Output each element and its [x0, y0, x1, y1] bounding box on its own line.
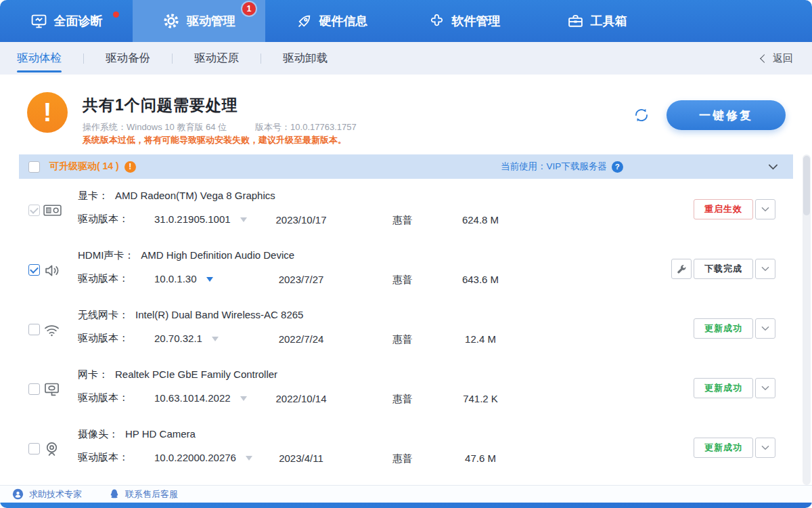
back-chevron-icon — [760, 54, 769, 63]
bottom-accent-strip — [0, 503, 812, 508]
driver-checkbox[interactable] — [28, 264, 40, 276]
alert-icon — [125, 161, 136, 173]
device-name: AMD High Definition Audio Device — [141, 249, 294, 262]
software-icon — [428, 13, 445, 30]
gear-icon — [162, 12, 180, 30]
action-dropdown-button[interactable] — [755, 438, 775, 458]
camera-icon — [43, 440, 61, 459]
version-dropdown-icon[interactable] — [212, 337, 219, 345]
version-dropdown-icon[interactable] — [246, 456, 252, 464]
driver-date: 2023/7/27 — [271, 274, 332, 285]
wifi-icon — [43, 321, 61, 339]
refresh-icon[interactable] — [628, 102, 655, 129]
driver-row: HDMI声卡： AMD High Definition Audio Device… — [0, 242, 793, 302]
action-dropdown-button[interactable] — [755, 259, 775, 279]
driver-row: 摄像头： HP HD Camera 驱动版本： 10.0.22000.20276… — [0, 421, 793, 481]
driver-checkbox[interactable] — [28, 383, 40, 395]
top-nav-tabs: 全面诊断 驱动管理 1 硬件信息 软件管理 工具箱 — [0, 0, 663, 42]
notification-badge: 1 — [242, 2, 256, 16]
footer-items: 求助技术专家 联系售后客服 — [12, 488, 178, 501]
footer-link-label: 求助技术专家 — [29, 488, 82, 501]
device-category: 网卡： — [78, 368, 108, 381]
subnav-tab-label: 驱动卸载 — [283, 51, 328, 66]
device-name: Intel(R) Dual Band Wireless-AC 8265 — [135, 309, 303, 322]
toolbox-icon — [567, 13, 584, 30]
os-label: 操作系统： — [83, 122, 127, 132]
subnav-tab-backup[interactable]: 驱动备份 — [106, 42, 150, 75]
driver-size: 643.6 M — [447, 274, 514, 285]
device-category: 无线网卡： — [78, 309, 129, 322]
nav-tab-label: 软件管理 — [452, 13, 501, 29]
subnav-tab-restore[interactable]: 驱动还原 — [194, 42, 239, 75]
footer-link-contact-support[interactable]: 联系售后客服 — [109, 488, 178, 501]
nav-tab-hardware-info[interactable]: 硬件信息 — [265, 0, 398, 42]
action-dropdown-button[interactable] — [755, 378, 775, 398]
top-nav: 全面诊断 驱动管理 1 硬件信息 软件管理 工具箱 — [0, 0, 812, 42]
system-warning-text: 系统版本过低，将有可能导致驱动安装失败，建议升级至最新版本。 — [83, 134, 346, 146]
action-button[interactable]: 更新成功 — [694, 438, 753, 458]
nav-tab-toolbox[interactable]: 工具箱 — [531, 0, 663, 42]
driver-date: 2022/7/24 — [271, 333, 332, 345]
subnav-tab-label: 驱动体检 — [17, 51, 62, 66]
question-icon[interactable] — [612, 161, 623, 173]
version-value: 20.70.32.1 — [154, 333, 202, 344]
back-button[interactable]: 返回 — [761, 42, 793, 75]
nav-tab-diagnosis[interactable]: 全面诊断 — [0, 0, 133, 42]
system-info: 操作系统：Windows 10 教育版 64 位版本号：10.0.17763.1… — [83, 121, 357, 133]
driver-date: 2023/4/11 — [271, 452, 332, 464]
device-name: AMD Radeon(TM) Vega 8 Graphics — [115, 190, 275, 203]
version-value: 10.0.1.30 — [154, 273, 197, 284]
driver-size: 12.4 M — [447, 333, 514, 345]
driver-vendor: 惠普 — [392, 214, 412, 227]
one-key-fix-button[interactable]: 一键修复 — [667, 100, 786, 130]
version-dropdown-icon[interactable] — [240, 217, 247, 226]
driver-row: 无线网卡： Intel(R) Dual Band Wireless-AC 826… — [0, 302, 793, 362]
nav-tab-label: 驱动管理 — [187, 13, 235, 29]
scrollbar-thumb[interactable] — [803, 156, 810, 215]
select-all-checkbox[interactable] — [28, 161, 40, 173]
subnav-tab-uninstall[interactable]: 驱动卸载 — [283, 42, 328, 75]
build-value: 10.0.17763.1757 — [290, 122, 357, 132]
nav-tab-label: 工具箱 — [591, 13, 627, 29]
version-value: 31.0.21905.1001 — [154, 213, 231, 225]
build-label: 版本号： — [255, 122, 290, 132]
driver-row: 网卡： Realtek PCIe GbE Family Controller 驱… — [0, 362, 793, 421]
scrollbar[interactable] — [803, 154, 811, 485]
upgradable-drivers-bar: 可升级驱动( 14 ) 当前使用：VIP下载服务器 — [19, 154, 793, 179]
headset-icon — [12, 488, 24, 500]
subnav-tab-label: 驱动还原 — [194, 51, 239, 66]
driver-size: 624.8 M — [447, 214, 514, 226]
footer-bar: 求助技术专家 联系售后客服 — [0, 485, 812, 503]
repair-button[interactable] — [671, 259, 692, 279]
collapse-chevron-icon[interactable] — [768, 164, 778, 170]
version-label: 驱动版本： — [78, 391, 154, 404]
driver-checkbox[interactable] — [28, 324, 40, 335]
driver-row: 显卡： AMD Radeon(TM) Vega 8 Graphics 驱动版本：… — [0, 183, 793, 242]
driver-checkbox[interactable] — [28, 205, 40, 216]
version-label: 驱动版本： — [78, 272, 154, 285]
nav-tab-software-management[interactable]: 软件管理 — [398, 0, 531, 42]
action-button[interactable]: 更新成功 — [694, 318, 753, 339]
subnav-tab-label: 驱动备份 — [106, 51, 150, 66]
driver-vendor: 惠普 — [392, 333, 412, 346]
action-dropdown-button[interactable] — [755, 318, 775, 339]
nav-tab-label: 硬件信息 — [319, 13, 368, 29]
version-dropdown-icon[interactable] — [240, 396, 247, 404]
driver-size: 47.6 M — [447, 452, 514, 464]
back-label: 返回 — [773, 52, 793, 65]
driver-checkbox[interactable] — [28, 443, 40, 454]
version-dropdown-icon[interactable] — [206, 277, 213, 285]
action-dropdown-button[interactable] — [755, 199, 775, 219]
nav-tab-driver-management[interactable]: 驱动管理 1 — [133, 0, 265, 42]
action-button[interactable]: 下载完成 — [694, 259, 753, 279]
subnav-tab-checkup[interactable]: 驱动体检 — [17, 42, 62, 75]
footer-link-help-expert[interactable]: 求助技术专家 — [12, 488, 82, 501]
monitor-icon — [30, 13, 47, 30]
action-button[interactable]: 重启生效 — [694, 199, 753, 219]
action-button[interactable]: 更新成功 — [694, 378, 753, 398]
server-value: VIP下载服务器 — [547, 161, 607, 173]
notification-dot — [113, 12, 119, 18]
ethernet-icon — [43, 381, 61, 399]
speaker-icon — [43, 261, 61, 280]
download-server-status: 当前使用：VIP下载服务器 — [501, 161, 623, 173]
